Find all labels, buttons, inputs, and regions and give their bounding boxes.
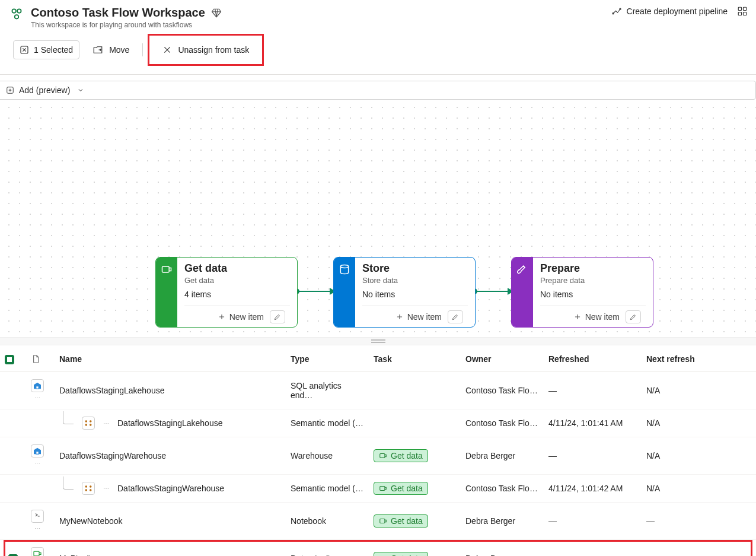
- unassign-highlight: Unassign from task: [148, 34, 264, 66]
- move-button[interactable]: Move: [88, 40, 134, 59]
- workspace-title: Contoso Task Flow Workspace: [31, 6, 205, 20]
- semantic-model-icon: [83, 418, 94, 428]
- edit-card-button[interactable]: [270, 310, 285, 323]
- pane-splitter[interactable]: [0, 337, 756, 345]
- cell-next: N/A: [642, 409, 756, 437]
- workspace-description: This workspace is for playing around wit…: [31, 21, 222, 29]
- add-preview-button[interactable]: Add (preview): [0, 81, 756, 100]
- table-row[interactable]: ⋯ DataflowsStagingLakehouse SQL analytic…: [0, 372, 756, 409]
- svg-point-20: [85, 486, 87, 487]
- new-item-button[interactable]: New item: [395, 312, 442, 322]
- col-owner[interactable]: Owner: [461, 345, 544, 372]
- select-all-header[interactable]: [0, 345, 26, 372]
- cell-next: —: [642, 540, 756, 557]
- cell-next: N/A: [642, 475, 756, 503]
- connector: [296, 291, 334, 292]
- cell-type: Semantic model (…: [286, 409, 369, 437]
- cell-name: ⋯DataflowsStagingWarehouse: [55, 475, 286, 503]
- get-data-icon: [161, 263, 173, 275]
- svg-rect-25: [380, 519, 385, 523]
- task-pill[interactable]: Get data: [374, 514, 428, 528]
- table-row[interactable]: ⋯ MyNewNotebook Notebook Get data Debra …: [0, 503, 756, 540]
- task-pill[interactable]: Get data: [374, 552, 428, 556]
- table-row[interactable]: ⋯DataflowsStagingLakehouse Semantic mode…: [0, 409, 756, 437]
- lakehouse-icon: [32, 446, 43, 456]
- get-data-icon: [379, 517, 387, 525]
- row-type-icon: ⋯: [26, 372, 55, 409]
- row-type-icon: ⋯: [26, 540, 55, 557]
- chevron-down-icon: [77, 87, 84, 94]
- premium-icon: [211, 8, 222, 18]
- task-pill[interactable]: Get data: [374, 449, 428, 462]
- cell-refreshed: 4/11/24, 1:01:42 AM: [544, 475, 642, 503]
- taskflow-canvas[interactable]: Get data Get data 4 items New item Store…: [0, 100, 756, 337]
- item-name: MyPipeline: [59, 554, 100, 556]
- item-name: DataflowsStagingWarehouse: [59, 451, 166, 460]
- create-pipeline-label: Create deployment pipeline: [627, 7, 728, 16]
- svg-point-23: [90, 490, 91, 491]
- table-row[interactable]: ⋯ MyPipeline Data pipeline Get data Debr…: [0, 540, 756, 557]
- add-preview-label: Add (preview): [19, 85, 70, 95]
- cell-refreshed: 4/11/24, 1:01:41 AM: [544, 409, 642, 437]
- row-checkbox[interactable]: [0, 503, 26, 540]
- tree-connector-icon: [63, 411, 74, 424]
- card-title: Prepare: [540, 262, 646, 275]
- card-count: 4 items: [184, 290, 290, 299]
- move-label: Move: [109, 45, 129, 55]
- task-card-store[interactable]: Store Store data No items New item: [333, 257, 476, 328]
- svg-point-16: [85, 424, 87, 425]
- task-card-get-data[interactable]: Get data Get data 4 items New item: [155, 257, 298, 328]
- get-data-icon: [379, 484, 387, 493]
- row-checkbox[interactable]: [0, 540, 26, 557]
- new-item-button[interactable]: New item: [218, 312, 264, 322]
- cell-type: Notebook: [286, 503, 369, 540]
- svg-rect-11: [162, 266, 170, 272]
- cell-name: MyPipeline: [55, 540, 286, 557]
- svg-rect-6: [744, 7, 747, 10]
- cell-owner: Debra Berger: [461, 540, 544, 557]
- col-refreshed[interactable]: Refreshed: [544, 345, 642, 372]
- svg-rect-24: [380, 487, 385, 491]
- task-pill[interactable]: Get data: [374, 482, 428, 495]
- col-task[interactable]: Task: [369, 345, 461, 372]
- row-checkbox[interactable]: [0, 409, 26, 437]
- semantic-model-icon: [83, 483, 94, 494]
- edit-card-button[interactable]: [626, 310, 641, 323]
- unassign-button[interactable]: Unassign from task: [158, 40, 254, 59]
- card-subtitle: Prepare data: [540, 276, 646, 285]
- grip-icon: [371, 339, 385, 343]
- plus-icon: [573, 313, 582, 321]
- table-row[interactable]: ⋯DataflowsStagingWarehouse Semantic mode…: [0, 475, 756, 503]
- apps-icon[interactable]: [737, 6, 748, 17]
- selected-count-button[interactable]: 1 Selected: [13, 40, 79, 59]
- card-subtitle: Store data: [362, 276, 468, 285]
- edit-card-button[interactable]: [448, 310, 463, 323]
- cell-task: Get data: [369, 540, 461, 557]
- card-title: Get data: [184, 262, 290, 275]
- cell-task: [369, 409, 461, 437]
- cell-owner: Contoso Task Flo…: [461, 372, 544, 409]
- cell-task: Get data: [369, 437, 461, 475]
- unassign-label: Unassign from task: [178, 45, 249, 55]
- database-icon: [339, 263, 350, 275]
- task-card-prepare[interactable]: Prepare Prepare data No items New item: [511, 257, 653, 328]
- get-data-icon: [379, 452, 387, 460]
- cell-refreshed: —: [544, 437, 642, 475]
- row-checkbox[interactable]: [0, 372, 26, 409]
- create-pipeline-link[interactable]: Create deployment pipeline: [611, 6, 728, 17]
- card-stripe: [156, 258, 177, 327]
- row-type-icon: ⋯: [26, 503, 55, 540]
- col-name[interactable]: Name: [55, 345, 286, 372]
- table-row[interactable]: ⋯ DataflowsStagingWarehouse Warehouse Ge…: [0, 437, 756, 475]
- cell-owner: Contoso Task Flo…: [461, 409, 544, 437]
- new-item-label: New item: [229, 312, 264, 322]
- row-type-icon: [26, 409, 55, 437]
- cell-refreshed: —: [544, 372, 642, 409]
- col-next[interactable]: Next refresh: [642, 345, 756, 372]
- row-checkbox[interactable]: [0, 437, 26, 475]
- row-checkbox[interactable]: [0, 475, 26, 503]
- new-item-button[interactable]: New item: [573, 312, 620, 322]
- svg-point-21: [90, 486, 91, 487]
- svg-rect-18: [36, 452, 39, 455]
- col-type[interactable]: Type: [286, 345, 369, 372]
